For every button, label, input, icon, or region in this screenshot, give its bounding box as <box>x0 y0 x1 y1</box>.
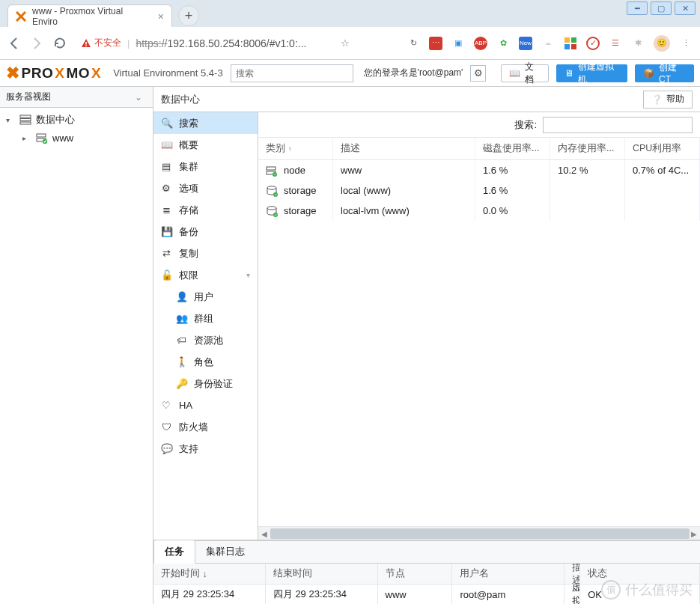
log-row[interactable]: 四月 29 23:25:34四月 29 23:25:34wwwroot@pam启… <box>153 585 700 604</box>
grid-header: 类别↑ 描述 磁盘使用率... 内存使用率... CPU利用率 <box>258 138 700 160</box>
window-maximize-button[interactable]: ▢ <box>651 1 672 15</box>
col-type[interactable]: 类别↑ <box>258 138 333 159</box>
log-col-user[interactable]: 用户名 <box>452 564 564 584</box>
horizontal-scrollbar[interactable]: ◀ ▶ <box>258 526 700 540</box>
book-icon: 📖 <box>509 68 520 79</box>
panel-item-comment[interactable]: 💬支持 <box>153 438 258 460</box>
col-mem[interactable]: 内存使用率... <box>550 138 625 159</box>
ext-icon[interactable]: ⎓ <box>541 37 555 50</box>
grid-row[interactable]: storagelocal-lvm (www)0.0 % <box>258 201 700 221</box>
users-icon: 👥 <box>176 313 186 324</box>
panel-item-search[interactable]: 🔍搜索 <box>153 112 258 134</box>
create-ct-button[interactable]: 📦 创建CT <box>635 64 694 82</box>
tab-close-icon[interactable]: × <box>158 10 164 22</box>
log-col-start[interactable]: 开始时间 ↓ <box>153 564 266 584</box>
panel-item-gear[interactable]: ⚙选项 <box>153 177 258 199</box>
svg-rect-2 <box>564 37 570 43</box>
chevron-down-icon: ▾ <box>246 271 250 279</box>
ext-icon[interactable]: ☰ <box>609 37 622 50</box>
cell-type: node <box>284 165 305 176</box>
panel-item-save[interactable]: 💾备份 <box>153 221 258 242</box>
log-body: 四月 29 23:25:34四月 29 23:25:34wwwroot@pam启… <box>153 585 700 604</box>
grid-search-input[interactable] <box>543 117 693 133</box>
panel-item-retweet[interactable]: ⇄复制 <box>153 242 258 264</box>
browser-menu-icon[interactable]: ⋮ <box>679 37 693 50</box>
panel-item-male[interactable]: 🚶角色 <box>153 351 258 373</box>
log-col-status[interactable]: 状态 <box>580 564 700 584</box>
monitor-icon: 🖥 <box>564 68 573 79</box>
ext-icon[interactable]: New <box>519 37 532 50</box>
panel-item-lock[interactable]: 🔓权限▾ <box>153 264 258 286</box>
sort-asc-icon: ↑ <box>288 145 292 153</box>
tree-node-label: www <box>52 132 73 144</box>
ext-icon[interactable] <box>564 37 577 50</box>
log-col-desc[interactable]: 描述 <box>564 564 580 584</box>
scrollbar-thumb[interactable] <box>270 528 690 539</box>
panel-item-tag[interactable]: 🏷资源池 <box>153 329 258 351</box>
panel-item-label: 群组 <box>194 312 213 326</box>
ext-icon[interactable]: ✱ <box>631 37 645 50</box>
comment-icon: 💬 <box>161 443 171 454</box>
view-selector[interactable]: 服务器视图 ⌄ <box>0 87 153 108</box>
tree-node-www[interactable]: ▸ www <box>0 129 153 147</box>
panel-item-heart[interactable]: ♡HA <box>153 394 258 416</box>
panel-item-label: 备份 <box>179 225 198 239</box>
log-col-node[interactable]: 节点 <box>378 564 453 584</box>
tree-datacenter[interactable]: ▾ 数据中心 <box>0 111 153 129</box>
star-icon[interactable]: ☆ <box>338 37 352 50</box>
panel-item-db[interactable]: ≣存储 <box>153 199 258 221</box>
expand-icon[interactable]: ▸ <box>22 134 31 142</box>
scroll-left-icon[interactable]: ◀ <box>258 527 270 540</box>
tab-favicon-icon <box>16 11 26 22</box>
grid-row[interactable]: nodewww1.6 %10.2 %0.7% of 4C... <box>258 160 700 180</box>
window-close-button[interactable]: ✕ <box>675 1 696 15</box>
settings-gear-button[interactable]: ⚙ <box>470 65 486 82</box>
window-minimize-button[interactable]: ━ <box>627 1 648 15</box>
global-search-input[interactable] <box>231 64 353 82</box>
browser-tab[interactable]: www - Proxmox Virtual Enviro × <box>7 4 172 27</box>
cell-desc: www <box>333 160 475 180</box>
retweet-icon: ⇄ <box>161 248 171 259</box>
ext-icon[interactable]: ⋯ <box>429 37 442 50</box>
help-button[interactable]: ❔ 帮助 <box>643 91 693 109</box>
svg-rect-5 <box>571 44 576 49</box>
tab-tasks[interactable]: 任务 <box>153 540 195 564</box>
panel-item-key[interactable]: 🔑身份验证 <box>153 373 258 394</box>
nav-reload-icon[interactable] <box>52 37 66 50</box>
new-tab-button[interactable]: + <box>178 5 199 26</box>
ext-icon[interactable]: ABP <box>474 37 487 50</box>
ext-icon[interactable]: ✓ <box>586 37 600 50</box>
scroll-right-icon[interactable]: ▶ <box>688 527 700 540</box>
avatar-icon[interactable]: 🙂 <box>654 35 670 52</box>
panel-item-users[interactable]: 👥群组 <box>153 308 258 329</box>
log-col-end[interactable]: 结束时间 <box>266 564 378 584</box>
cell-end: 四月 29 23:25:34 <box>266 585 378 604</box>
collapse-icon[interactable]: ▾ <box>6 116 15 124</box>
grid-row[interactable]: storagelocal (www)1.6 % <box>258 180 700 201</box>
tab-cluster-log[interactable]: 集群日志 <box>195 540 255 563</box>
cell-mem <box>550 201 625 221</box>
address-bar[interactable]: 不安全 | https://192.168.50.254:8006/#v1:0:… <box>75 34 329 52</box>
panel-item-book[interactable]: 📖概要 <box>153 134 258 156</box>
panel-item-list[interactable]: ▤集群 <box>153 156 258 177</box>
panel-item-user[interactable]: 👤用户 <box>153 286 258 308</box>
col-disk[interactable]: 磁盘使用率... <box>475 138 550 159</box>
grid-body: nodewww1.6 %10.2 %0.7% of 4C...storagelo… <box>258 160 700 526</box>
nav-forward-icon[interactable] <box>30 37 43 50</box>
ext-icon[interactable]: ↻ <box>407 37 420 50</box>
cell-type: storage <box>284 185 316 196</box>
cell-cpu: 0.7% of 4C... <box>625 160 700 180</box>
col-desc[interactable]: 描述 <box>333 138 475 159</box>
search-icon: 🔍 <box>161 118 171 129</box>
docs-button[interactable]: 📖 文档 <box>501 64 549 82</box>
panel-item-shield[interactable]: 🛡防火墙 <box>153 416 258 438</box>
svg-point-17 <box>267 206 276 209</box>
gear-icon: ⚙ <box>474 67 483 79</box>
ext-icon[interactable]: ▣ <box>451 37 465 50</box>
create-vm-button[interactable]: 🖥 创建虚拟机 <box>556 64 627 82</box>
log-header: 开始时间 ↓ 结束时间 节点 用户名 描述 状态 <box>153 564 700 585</box>
nav-back-icon[interactable] <box>7 37 21 50</box>
panel-item-label: HA <box>179 400 192 411</box>
col-cpu[interactable]: CPU利用率 <box>625 138 700 159</box>
ext-icon[interactable]: ✿ <box>496 37 510 50</box>
